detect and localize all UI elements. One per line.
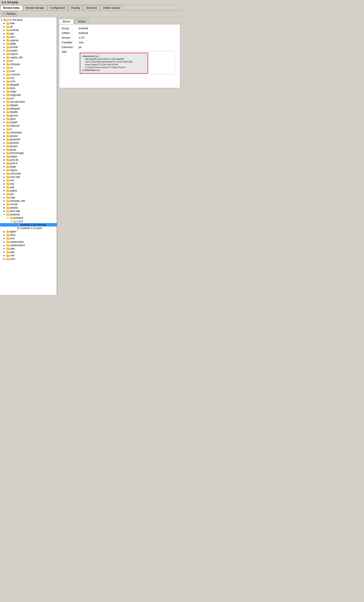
tree-folder-item[interactable]: ▶ esignutils [0,93,57,97]
tree-folder-item[interactable]: ▶ con [0,76,57,80]
tree-folder-item[interactable]: ▶ groovy [0,114,57,117]
tab-browse-index[interactable]: Browse Index [0,5,23,11]
expand-icon: ▶ [3,251,6,253]
folder-icon [6,176,10,178]
folder-icon [6,196,10,199]
tree-item-label: xml [10,254,14,257]
tree-folder-item[interactable]: ▶ android [0,28,57,32]
tab-summary[interactable]: Summary [83,5,100,11]
tree-item-label: jmimemagic [10,151,24,155]
expand-icon: ▶ [3,131,6,134]
tree-folder-item[interactable]: ▼ testshell [0,216,57,220]
tree-folder-item[interactable]: ▶ wjw [0,250,57,254]
tree-folder-item[interactable]: ▶ poi [0,192,57,196]
svg-rect-54 [6,108,8,108]
classifier-label: Classifier: [62,41,79,44]
tree-folder-item[interactable]: ▶ dom [0,86,57,90]
tree-folder-item[interactable]: ▶ pdpox [0,189,57,192]
folder-icon [6,155,10,158]
tree-folder-item[interactable]: ▶ dingtalk [0,83,57,86]
tree-folder-item[interactable]: ▶ taobao [0,206,57,209]
tree-folder-item[interactable]: ▶ fakepath [0,107,57,110]
svg-rect-141 [6,251,8,252]
tree-folder-item[interactable]: ▶ javassist [0,138,57,141]
tree-folder-item[interactable]: ▶ tgtext [0,230,57,233]
tab-artifact-upload[interactable]: Artifact Upload [100,5,123,11]
tree-folder-item[interactable]: ▶ apt [0,32,57,35]
tree-folder-item[interactable]: ▶ captal_sdk [0,56,57,59]
tab-routing[interactable]: Routing [69,5,83,11]
expand-icon: ▶ [3,56,6,58]
tree-file-item[interactable]: testshell-1.0.0-xxxx.jar [0,223,57,226]
tree-folder-item[interactable]: ▶ log4j [0,165,57,168]
tree-folder-item[interactable]: ▶ javax [0,148,57,151]
refresh-button[interactable]: ↻ Refresh [2,11,17,16]
svg-rect-85 [6,163,10,165]
tree-folder-item[interactable]: ▶ xom [0,257,57,261]
tree-folder-item[interactable]: ▶ merchant [0,172,57,175]
tree-folder-item[interactable]: ▶ tool [0,237,57,240]
tree-item-label: gson [10,118,16,120]
expand-icon: ▶ [3,26,6,28]
tree-folder-item[interactable]: ▶ bcpkix [0,49,57,52]
expand-icon: ▶ [3,80,6,82]
tree-folder-item[interactable]: ▶ ch [0,59,57,63]
tree-folder-item[interactable]: ▶ it [0,128,57,131]
tree-folder-item[interactable]: ▶ ext [0,97,57,100]
tree-folder-item[interactable]: ▶ showapi_sdk [0,199,57,203]
tree-folder-item[interactable]: ▶ net [0,179,57,182]
tree-folder-item[interactable]: ▼ 1.0.0 [0,220,57,223]
tree-folder-item[interactable]: ▶ uiautomator [0,240,57,244]
svg-rect-58 [6,114,8,115]
tree-folder-item[interactable]: ▶ asm [0,35,57,39]
tab-configuration[interactable]: Configuration [47,5,68,11]
tree-folder-item[interactable]: ▶ httpcore [0,124,57,128]
folder-icon [6,22,10,24]
tree-folder-item[interactable]: ▶ uiautomator2 [0,244,57,247]
content-tab-maven[interactable]: Maven [59,19,74,24]
tree-folder-item[interactable]: ▶ hahah [0,121,57,124]
tree-folder-item[interactable]: ▶ com [0,69,57,73]
tree-folder-item[interactable]: ▶ gson [0,117,57,121]
tree-folder-item[interactable]: ▼ testshell [0,213,57,216]
tree-folder-item[interactable]: ▶ mos-sdk [0,175,57,179]
tree-folder-item[interactable]: ▶ fadada [0,104,57,107]
tab-browse-storage[interactable]: Browse Storage [23,5,47,11]
tree-folder-item[interactable]: ▶ jmimemagic [0,151,57,155]
tree-folder-item[interactable]: ▶ tech-sdk [0,209,57,213]
tree-folder-item[interactable]: ▶ third [0,233,57,237]
tree-folder-item[interactable]: ▶ saaj [0,196,57,199]
tree-folder-item[interactable]: ▶ esign [0,90,57,93]
tree-folder-item[interactable]: ▶ json-lib [0,158,57,161]
tree-folder-item[interactable]: ▶ fastdfs [0,110,57,114]
tree-folder-item[interactable]: ▶ ali [0,25,57,28]
collapse-icon: ▼ [0,19,3,21]
tree-folder-item[interactable]: ▶ iTextAsian [0,131,57,134]
tree-folder-item[interactable]: ▶ utils [0,247,57,250]
tree-folder-item[interactable]: ▶ smUtil [0,203,57,206]
tree-folder-item[interactable]: ▶ logxxx [0,168,57,172]
tree-folder-item[interactable]: ▶ bcmail [0,45,57,49]
tree-folder-item[interactable]: ▶ ext-sdk-fonts [0,100,57,104]
tree-root[interactable]: ▼ 2 or 3rd party [0,18,57,22]
tree-folder-item[interactable]: ▶ xml [0,254,57,257]
content-tab-artifact[interactable]: Artifact [74,19,89,24]
tree-folder-item[interactable]: ▶ javasx [0,145,57,148]
tree-folder-item[interactable]: ▶ chinanpr [0,63,57,66]
tree-file-item[interactable]: testshell-1.0.0.pom [0,226,57,230]
svg-rect-32 [6,70,8,71]
tree-folder-item[interactable]: ▶ common [0,73,57,76]
toolbar: ↻ Refresh [0,11,182,17]
tree-folder-item[interactable]: ▶ aaa [0,22,57,25]
tree-folder-item[interactable]: ▶ cn [0,66,57,69]
tree-folder-item[interactable]: ▶ jregex [0,155,57,158]
tree-folder-item[interactable]: ▶ javase [0,134,57,138]
tree-folder-item[interactable]: ▶ aspose [0,39,57,42]
tree-folder-item[interactable]: ▶ bbbb [0,42,57,45]
tree-folder-item[interactable]: ▶ junit-4 [0,161,57,165]
tree-folder-item[interactable]: ▶ org [0,182,57,185]
tree-folder-item[interactable]: ▶ pay [0,185,57,189]
tree-folder-item[interactable]: ▶ javassit [0,141,57,145]
tree-folder-item[interactable]: ▶ core [0,80,57,83]
tree-folder-item[interactable]: ▶ bcprov [0,52,57,56]
